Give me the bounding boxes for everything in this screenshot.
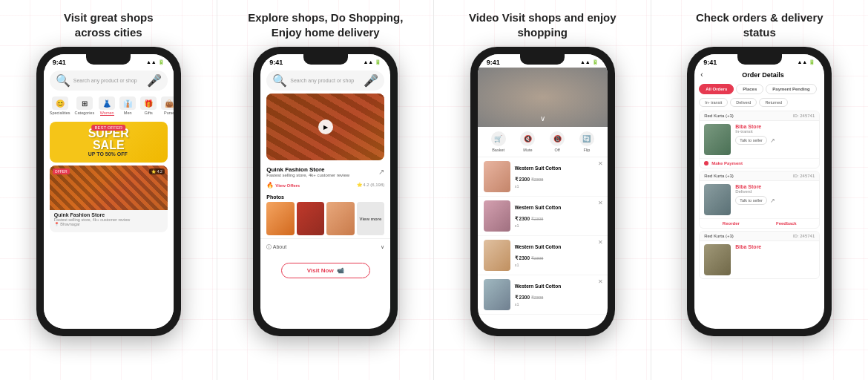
- tab-payment-pending[interactable]: Payment Pending: [766, 84, 816, 94]
- tab-returned[interactable]: Returned: [759, 98, 788, 107]
- phone1-time: 9:41: [53, 59, 66, 66]
- product-img-2: [484, 200, 510, 232]
- phone3-icons: ▲▲ 🔋: [580, 59, 599, 65]
- product-old-price-1: ₹2398: [531, 177, 543, 182]
- play-button[interactable]: ▶: [318, 119, 333, 134]
- photo-thumb-3[interactable]: [326, 202, 355, 235]
- view-more-photos[interactable]: View more: [357, 202, 385, 235]
- product-price-4: ₹ 2300: [515, 295, 530, 300]
- section-video-visit: Video Visit shops and enjoyshopping 9:41…: [434, 0, 651, 380]
- order-2-status: Deliverd: [735, 189, 815, 194]
- order-2-image: [704, 184, 731, 215]
- order-1-info: Biba Store In-transit Talk to seller ↗: [735, 124, 815, 145]
- order-3-body: Biba Store: [700, 241, 819, 278]
- tab-delivered[interactable]: Deliverd: [730, 98, 757, 107]
- phone2-time: 9:41: [269, 59, 283, 66]
- product-item-3[interactable]: Western Suit Cotton ₹ 2300₹2398 x1 ✕: [478, 236, 608, 275]
- order-2-store: Biba Store: [735, 184, 815, 189]
- phone4-notch: [737, 54, 782, 65]
- close-icon-1[interactable]: ✕: [598, 160, 603, 167]
- talk-seller-button-2[interactable]: Talk to seller: [735, 196, 767, 205]
- cat-gifts[interactable]: 🎁 Gifts: [140, 96, 157, 116]
- basket-icon: 🛒: [491, 131, 506, 146]
- sale-offer-label: BEST OFFER: [91, 125, 125, 131]
- share-icon-2[interactable]: ↗: [770, 197, 775, 204]
- cat-specialities[interactable]: 😊 Specialities: [50, 96, 70, 116]
- cat-purse-icon: 👜: [161, 96, 174, 110]
- store-name: Quink Fashion Store: [266, 166, 349, 173]
- share-icon-1[interactable]: ↗: [770, 137, 775, 144]
- about-chevron: ∨: [381, 244, 384, 250]
- tab-all-orders[interactable]: All Orders: [699, 84, 734, 94]
- vc-mute[interactable]: 🔇 Mute: [520, 131, 535, 152]
- order-1-product: Red Kurta (+3): [704, 114, 734, 118]
- close-icon-3[interactable]: ✕: [598, 239, 603, 246]
- product-item-2[interactable]: Western Suit Cotton ₹ 2300₹2398 x1 ✕: [478, 197, 608, 236]
- vc-flip[interactable]: 🔄 Flip: [579, 131, 594, 152]
- reorder-button[interactable]: Reorder: [723, 221, 740, 226]
- order-title: Order Details: [708, 71, 819, 79]
- tab-places[interactable]: Places: [736, 84, 763, 94]
- phone3-notch: [520, 54, 565, 65]
- phone1-notch: [86, 54, 131, 65]
- view-offers-button[interactable]: 🔥 View Offers: [266, 182, 300, 189]
- shop-card-image: OFFER ⭐ 4.2: [50, 166, 168, 210]
- order-1-actions: Talk to seller ↗: [735, 136, 815, 145]
- search-icon: 🔍: [56, 73, 70, 88]
- sale-subtitle: UP TO 50% OFF: [88, 151, 129, 157]
- close-icon-2[interactable]: ✕: [598, 200, 603, 206]
- phone4: 9:41 ▲▲ 🔋 ‹ Order Details All Orders Pla…: [687, 47, 832, 336]
- feedback-button[interactable]: Feedback: [776, 221, 797, 226]
- order-3-image: [704, 244, 731, 275]
- cat-specialities-label: Specialities: [50, 111, 70, 115]
- cat-categories-label: Categories: [75, 111, 95, 115]
- order-2-product: Red Kurta (+3): [704, 174, 734, 178]
- phone2-icons: ▲▲ 🔋: [363, 59, 381, 65]
- tab-in-transit[interactable]: In- transit: [699, 98, 728, 107]
- order-tabs-row1: All Orders Places Payment Pending: [694, 82, 824, 96]
- close-icon-4[interactable]: ✕: [598, 278, 603, 285]
- video-header: ∨: [478, 68, 608, 127]
- phone2-notch: [303, 54, 348, 65]
- store-desc: Fastest selling store, 4k+ customer revi…: [266, 173, 349, 177]
- sale-title: SUPERSALE: [88, 128, 129, 151]
- cat-categories[interactable]: ⊞ Categories: [75, 96, 95, 116]
- visit-now-button[interactable]: Visit Now 📹: [281, 263, 370, 278]
- order-1-id: ID: 245741: [793, 114, 815, 118]
- vc-basket[interactable]: 🛒 Basket: [491, 131, 506, 152]
- phone1-search-bar[interactable]: 🔍 Search any product or shop 🎤: [50, 71, 168, 91]
- search-icon2: 🔍: [272, 73, 287, 88]
- product-item-1[interactable]: Western Suit Cotton ₹ 2300₹2398 x1 ✕: [478, 157, 608, 197]
- product-name-2: Western Suit Cotton: [515, 205, 602, 210]
- make-payment-label[interactable]: Make Payment: [711, 161, 743, 166]
- section-explore-shops: Explore shops, Do Shopping,Enjoy home de…: [217, 0, 435, 380]
- order-card-3: Red Kurta (+3) ID: 245741 Biba Store: [699, 231, 820, 279]
- cat-women[interactable]: 👗 Women: [99, 96, 115, 116]
- cat-purse-label: Purse: [164, 111, 174, 115]
- product-item-4[interactable]: Western Suit Cotton ₹ 2300₹2398 x1 ✕: [478, 275, 608, 315]
- cat-men[interactable]: 👔 Men: [119, 96, 136, 116]
- product-img-1: [484, 161, 510, 192]
- cat-women-icon: 👗: [99, 96, 115, 110]
- back-arrow-icon[interactable]: ‹: [700, 71, 703, 79]
- chevron-down-icon[interactable]: ∨: [540, 114, 545, 122]
- photos-grid: View more: [266, 202, 384, 235]
- cat-purse[interactable]: 👜 Purse: [161, 96, 174, 116]
- product-qty-1: x1: [515, 184, 602, 189]
- talk-seller-button-1[interactable]: Talk to seller: [735, 136, 767, 145]
- order-tabs-row2: In- transit Deliverd Returned: [694, 96, 824, 108]
- share-icon[interactable]: ↗: [378, 168, 384, 176]
- product-price-3: ₹ 2300: [515, 255, 530, 261]
- product-old-price-4: ₹2398: [531, 295, 543, 300]
- phone2-search-bar[interactable]: 🔍 Search any product or shop 🎤: [266, 71, 384, 91]
- section3-title: Video Visit shops and enjoyshopping: [461, 10, 624, 39]
- phone1: 9:41 ▲▲ 🔋 🔍 Search any product or shop 🎤…: [36, 47, 181, 336]
- photo-thumb-2[interactable]: [297, 202, 325, 235]
- visit-now-label: Visit Now: [307, 267, 334, 274]
- shop-card[interactable]: OFFER ⭐ 4.2 Quink Fashion Store Fastest …: [50, 166, 168, 232]
- product-price-1: ₹ 2300: [515, 177, 530, 182]
- about-row[interactable]: ⓘ About ∨: [260, 238, 390, 255]
- order-3-info: Biba Store: [735, 244, 815, 249]
- vc-off[interactable]: 📵 Off: [550, 131, 565, 152]
- photo-thumb-1[interactable]: [266, 202, 295, 235]
